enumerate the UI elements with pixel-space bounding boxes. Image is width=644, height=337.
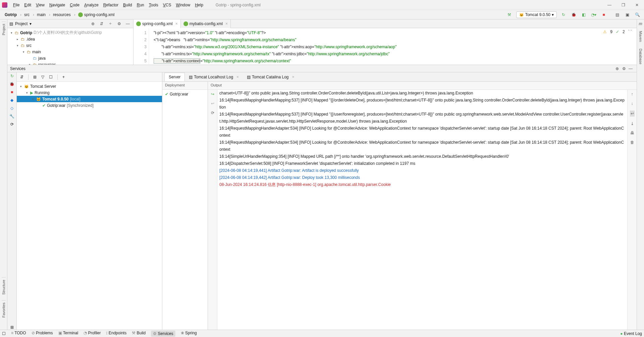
collapse-all-icon[interactable]: ÷	[107, 20, 114, 27]
services-tree-node[interactable]: ▾ Tomcat 9.0.50 [local]	[17, 96, 162, 102]
build-hammer-icon[interactable]: ⚒	[506, 11, 513, 18]
stop-icon[interactable]: ■	[11, 90, 13, 94]
hide-icon[interactable]: —	[627, 65, 634, 72]
chevron-down-icon[interactable]: ▾	[30, 21, 32, 26]
menu-window[interactable]: Window	[173, 3, 193, 7]
tree-node[interactable]: java	[7, 55, 133, 61]
expand-all-icon[interactable]: ⇵	[98, 20, 105, 27]
minimize-button[interactable]: —	[607, 3, 611, 7]
services-tab[interactable]: ▤ Tomcat Catalina Log ×	[243, 73, 298, 81]
scroll-down-icon[interactable]: ↓	[631, 101, 633, 106]
step-into-icon[interactable]: ↩	[211, 101, 214, 106]
services-tree-node[interactable]: ▾ Tomcat Server	[17, 83, 162, 89]
status-services[interactable]: ⚙ Services	[151, 331, 175, 337]
menu-file[interactable]: File	[11, 3, 22, 7]
tool-project[interactable]: Project	[2, 21, 6, 37]
tool-database[interactable]: Database	[639, 47, 643, 66]
menu-code[interactable]: Code	[67, 3, 82, 7]
presentation-icon[interactable]: ▣	[624, 11, 631, 18]
refresh-icon[interactable]: ⟳	[10, 122, 14, 127]
services-tab[interactable]: Server	[164, 73, 185, 81]
breadcrumb-item[interactable]: resources	[52, 12, 77, 17]
show-tools-icon[interactable]: ☐	[2, 331, 6, 336]
services-tab[interactable]: ▤ Tomcat Localhost Log ×	[185, 73, 243, 81]
menu-vcs[interactable]: VCS	[161, 3, 174, 7]
redeploy-icon[interactable]: ◇	[10, 106, 13, 111]
status-endpoints[interactable]: ⟟ Endpoints	[106, 331, 126, 337]
soft-wrap-icon[interactable]: ↩	[630, 111, 635, 117]
tool-favorites[interactable]: Favorites	[2, 300, 6, 320]
menu-help[interactable]: Help	[193, 3, 206, 7]
services-tree[interactable]: ▾ Tomcat Server▾▶ Running▾ Tomcat 9.0.50…	[17, 82, 162, 330]
tree-node[interactable]: ▾ resources	[7, 61, 133, 65]
deployment-item[interactable]: Gotrip:war	[170, 92, 188, 96]
run-config-selector[interactable]: Tomcat 9.0.50 ▾	[516, 11, 557, 18]
code-content[interactable]: "t-pi"><?xml "t-attr">version="1.0" "t-a…	[149, 28, 637, 65]
tool-maven[interactable]: Maven	[639, 29, 643, 44]
expand-icon[interactable]: ⊕	[614, 65, 621, 72]
menu-build[interactable]: Build	[121, 3, 135, 7]
status-profiler[interactable]: ◔ Profiler	[84, 331, 101, 337]
group-icon[interactable]: ⊞	[33, 75, 37, 79]
breadcrumb-item[interactable]: Gotrip	[3, 12, 23, 17]
tree-node[interactable]: ▾ main	[7, 49, 133, 55]
search-everywhere-icon[interactable]: 🔍	[634, 11, 641, 18]
services-tree-node[interactable]: ▾▶ Running	[17, 89, 162, 96]
close-tab-icon[interactable]: ×	[236, 75, 239, 79]
layout-icon[interactable]: ▤	[614, 11, 621, 18]
clear-icon[interactable]: 🗑	[630, 140, 634, 145]
editor-tab[interactable]: mybatis-config.xml×	[181, 19, 231, 28]
menu-run[interactable]: Run	[135, 3, 147, 7]
coverage-button[interactable]: ◧	[580, 11, 587, 18]
maximize-button[interactable]: ❐	[622, 3, 625, 7]
breadcrumb-item[interactable]: main	[36, 12, 52, 17]
menu-analyze[interactable]: Analyze	[82, 3, 101, 7]
profile-button[interactable]: ◔▾	[590, 11, 597, 18]
print-icon[interactable]: 🖶	[630, 131, 634, 135]
sync-icon[interactable]: ⟳	[211, 111, 214, 115]
bookmark-icon[interactable]: ☐	[49, 75, 53, 79]
menu-edit[interactable]: Edit	[22, 3, 34, 7]
rerun-icon[interactable]: ↻	[10, 74, 14, 78]
status-spring[interactable]: ❀ Spring	[181, 331, 197, 337]
menu-tools[interactable]: Tools	[147, 3, 161, 7]
tool-structure[interactable]: Structure	[2, 277, 6, 297]
tree-node[interactable]: ▾ src	[7, 42, 133, 49]
run-button[interactable]: ↻	[560, 11, 567, 18]
menu-view[interactable]: View	[34, 3, 47, 7]
status-terminal[interactable]: ▣ Terminal	[58, 331, 78, 337]
tree-node[interactable]: ▸ .idea	[7, 36, 133, 42]
hide-icon[interactable]: —	[124, 20, 131, 27]
scroll-up-icon[interactable]: ↑	[631, 92, 633, 96]
debug-rerun-icon[interactable]: 🐞	[9, 82, 14, 86]
status-build[interactable]: ⚒ Build	[132, 331, 146, 337]
project-tree[interactable]: ▾ Gotrip D:\个人资料\XH的文件夹\github\Gotrip ▸ …	[7, 28, 133, 65]
close-tab-icon[interactable]: ×	[225, 21, 228, 26]
settings-icon[interactable]: ⚙	[116, 20, 122, 27]
console-output[interactable]: charset=UTF-8]}" onto public java.lang.S…	[217, 90, 627, 330]
expand-icon[interactable]: ⇵	[20, 75, 23, 79]
status-problems[interactable]: ⊘ Problems	[32, 331, 53, 337]
scroll-end-icon[interactable]: ⤓	[631, 121, 634, 126]
filter-icon[interactable]: ▽	[41, 75, 44, 79]
add-icon[interactable]: +	[62, 75, 65, 79]
settings-icon[interactable]: ⚙	[621, 65, 627, 72]
menu-navigate[interactable]: Navigate	[47, 3, 67, 7]
debug-button[interactable]: 🐞	[570, 11, 577, 18]
close-tab-icon[interactable]: ×	[292, 75, 294, 79]
status-todo[interactable]: ≡ TODO	[11, 331, 26, 337]
wrench-icon[interactable]: 🔧	[9, 114, 14, 119]
inspection-widget[interactable]: ⚠9 ✓2 ˆ ˇ	[603, 29, 632, 34]
locate-icon[interactable]: ⊕	[90, 20, 96, 27]
deploy-icon[interactable]: ◆	[10, 98, 13, 103]
step-over-icon[interactable]: ↪	[211, 92, 214, 96]
close-button[interactable]: ✕	[635, 3, 639, 7]
breadcrumb-item[interactable]: src	[23, 12, 36, 17]
event-log[interactable]: ● Event Log	[620, 331, 642, 336]
menu-refactor[interactable]: Refactor	[101, 3, 121, 7]
breadcrumb-item[interactable]: spring-config.xml	[77, 12, 119, 17]
editor-tab[interactable]: spring-config.xml×	[133, 19, 181, 28]
close-tab-icon[interactable]: ×	[175, 21, 178, 26]
layout-icon[interactable]: ⊞	[10, 325, 14, 330]
stop-button[interactable]: ■	[600, 11, 607, 18]
